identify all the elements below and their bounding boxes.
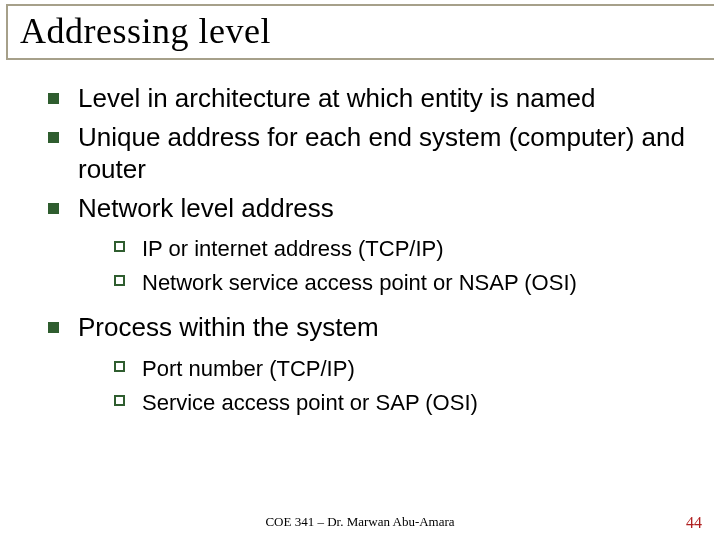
square-bullet-icon — [48, 322, 59, 333]
list-item: Unique address for each end system (comp… — [44, 121, 690, 186]
bullet-list: Level in architecture at which entity is… — [44, 82, 690, 417]
sub-list-item-text: Service access point or SAP (OSI) — [142, 390, 478, 415]
hollow-square-bullet-icon — [114, 241, 125, 252]
list-item: Level in architecture at which entity is… — [44, 82, 690, 115]
sub-list-item-text: IP or internet address (TCP/IP) — [142, 236, 444, 261]
footer-text: COE 341 – Dr. Marwan Abu-Amara — [0, 514, 720, 530]
sub-list: Port number (TCP/IP) Service access poin… — [112, 354, 690, 417]
slide: Addressing level Level in architecture a… — [0, 0, 720, 540]
list-item: Network level address IP or internet add… — [44, 192, 690, 298]
sub-list-item-text: Port number (TCP/IP) — [142, 356, 355, 381]
hollow-square-bullet-icon — [114, 275, 125, 286]
square-bullet-icon — [48, 93, 59, 104]
list-item-text: Network level address — [78, 193, 334, 223]
list-item-text: Unique address for each end system (comp… — [78, 122, 685, 185]
sub-list-item: Service access point or SAP (OSI) — [112, 388, 690, 418]
sub-list-item: Network service access point or NSAP (OS… — [112, 268, 690, 298]
sub-list-item-text: Network service access point or NSAP (OS… — [142, 270, 577, 295]
square-bullet-icon — [48, 132, 59, 143]
hollow-square-bullet-icon — [114, 395, 125, 406]
sub-list-item: IP or internet address (TCP/IP) — [112, 234, 690, 264]
list-item: Process within the system Port number (T… — [44, 311, 690, 417]
square-bullet-icon — [48, 203, 59, 214]
title-area: Addressing level — [0, 0, 720, 58]
sub-list: IP or internet address (TCP/IP) Network … — [112, 234, 690, 297]
page-number: 44 — [686, 514, 702, 532]
sub-list-item: Port number (TCP/IP) — [112, 354, 690, 384]
list-item-text: Process within the system — [78, 312, 379, 342]
hollow-square-bullet-icon — [114, 361, 125, 372]
content-area: Level in architecture at which entity is… — [0, 60, 720, 417]
page-title: Addressing level — [20, 10, 720, 52]
list-item-text: Level in architecture at which entity is… — [78, 83, 595, 113]
